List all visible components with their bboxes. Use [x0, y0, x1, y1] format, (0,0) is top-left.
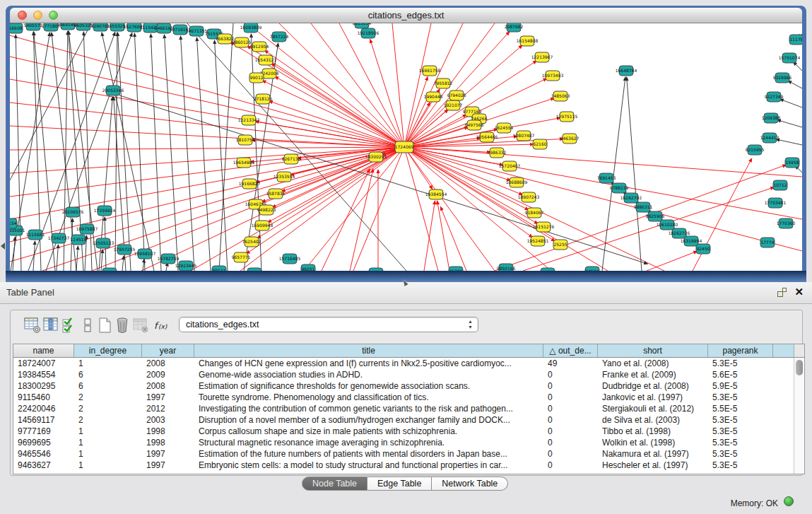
graph-node[interactable]: 7663822 [216, 34, 235, 44]
graph-node[interactable]: 114519 [71, 235, 87, 245]
graph-node[interactable]: 10807487 [513, 131, 535, 141]
graph-node[interactable]: 1921077 [444, 100, 463, 110]
graph-node[interactable]: 16961758 [419, 66, 441, 76]
graph-node[interactable]: 12505123 [93, 238, 114, 248]
graph-node[interactable]: 9860125 [233, 37, 252, 47]
graph-node[interactable]: 17703481 [765, 198, 787, 208]
graph-node[interactable]: 17342737 [48, 233, 70, 243]
tab-edge-table[interactable]: Edge Table [367, 477, 432, 491]
table-row[interactable]: 911546021997Tourette syndrome. Phenomeno… [13, 392, 804, 403]
graph-node[interactable]: 19384554 [425, 189, 447, 199]
table-row[interactable]: 977716911998Corpus callosum shape and si… [13, 426, 804, 437]
graph-node[interactable]: 1244413 [760, 133, 779, 143]
scrollbar-thumb[interactable] [796, 360, 803, 375]
table-row[interactable]: 969969511998Structural magnetic resonanc… [13, 437, 804, 448]
vertical-scrollbar[interactable] [794, 358, 804, 474]
table-settings-button[interactable] [23, 316, 42, 334]
graph-node[interactable]: 16543121 [255, 55, 277, 65]
graph-node[interactable]: 9184067 [525, 208, 544, 218]
graph-node[interactable]: 19524851 [527, 236, 549, 246]
graph-node[interactable]: 9329966 [773, 73, 792, 83]
graph-node[interactable]: 15716485 [279, 254, 301, 264]
graph-node[interactable]: 9605325 [74, 23, 93, 30]
column-header-short[interactable]: short [598, 344, 708, 357]
graph-node[interactable]: 16083809 [240, 23, 262, 33]
graph-node[interactable]: 62160 [533, 139, 547, 149]
tab-node-table[interactable]: Node Table [302, 477, 367, 491]
graph-node[interactable]: 10688609 [506, 177, 528, 187]
column-header-pagerank[interactable]: pagerank [708, 344, 773, 357]
graph-node[interactable]: 1990448 [424, 92, 443, 102]
table-chooser-select[interactable]: citations_edges.txt ▲▼ [179, 317, 478, 332]
graph-node[interactable]: 96051 [301, 264, 315, 271]
graph-node[interactable]: 9788239 [610, 183, 629, 193]
graph-node[interactable]: 11178 [789, 35, 802, 45]
graph-node[interactable]: 99012 [249, 73, 264, 83]
graph-node[interactable]: 9227349 [765, 92, 784, 102]
rows-button[interactable] [78, 316, 97, 334]
graph-node[interactable]: 7485063 [551, 91, 570, 101]
window-titlebar[interactable]: citations_edges.txt [10, 8, 802, 23]
graph-node[interactable]: 9498223 [257, 205, 276, 215]
graph-node[interactable]: 12975115 [556, 112, 578, 122]
graph-node[interactable]: 2718126 [254, 94, 273, 104]
new-column-button[interactable] [95, 316, 114, 334]
close-icon[interactable]: ✕ [794, 286, 804, 298]
graph-node[interactable]: 1115681 [26, 230, 45, 240]
graph-node[interactable]: 20564486 [476, 132, 498, 142]
graph-node[interactable]: 19166827 [239, 179, 261, 189]
graph-node[interactable]: 18907243 [518, 192, 540, 202]
graph-node[interactable]: 6497568 [465, 120, 484, 130]
graph-node[interactable]: 17957255 [114, 245, 136, 255]
column-header-in_degree[interactable]: in_degree [74, 344, 142, 357]
graph-node[interactable]: 2087682 [505, 23, 524, 32]
graph-node[interactable]: 17359924 [94, 206, 116, 216]
graph-node[interactable]: 7625402 [242, 237, 261, 247]
network-canvas[interactable]: 1660854055711771807206914069605325829076… [10, 23, 802, 271]
graph-node[interactable]: 12353554 [273, 172, 295, 182]
graph-node[interactable]: 1810754 [236, 135, 255, 145]
function-builder-button[interactable]: f(x) [152, 316, 170, 334]
graph-node[interactable]: 20206576 [62, 207, 84, 217]
graph-node[interactable]: 7691453 [597, 173, 616, 183]
graph-node[interactable]: 39154 [10, 218, 17, 228]
memory-status-indicator[interactable] [784, 496, 794, 506]
graph-node[interactable]: 8912954 [250, 42, 269, 52]
graph-node[interactable]: 15958 [785, 158, 799, 168]
graph-node[interactable]: 25255 [553, 240, 567, 250]
graph-node[interactable]: 7857224 [270, 32, 289, 42]
collapse-arrow-icon[interactable] [1, 243, 5, 250]
delete-column-button[interactable] [113, 316, 131, 334]
table-row[interactable]: 946362711997Embryonic stem cells: a mode… [13, 460, 804, 471]
graph-node[interactable]: 1587831 [266, 189, 286, 199]
graph-node[interactable]: 7955812 [434, 78, 453, 88]
graph-node[interactable]: 18300295 [365, 152, 387, 162]
graph-node[interactable]: 19218506 [358, 28, 379, 38]
graph-node[interactable]: 16648784 [616, 66, 637, 76]
graph-node[interactable]: 8215955 [746, 145, 765, 155]
graph-node[interactable]: 8813054 [353, 23, 372, 28]
column-header-name[interactable]: name [13, 344, 74, 357]
graph-node[interactable]: 16151276 [533, 222, 555, 232]
graph-node[interactable]: 16909948 [252, 221, 273, 230]
graph-node[interactable]: 5405571 [24, 23, 43, 30]
column-header-title[interactable]: title [194, 344, 543, 357]
graph-node[interactable]: 9463627 [560, 134, 579, 144]
graph-node[interactable]: 1624554 [495, 123, 514, 133]
select-rows-button[interactable] [60, 316, 78, 334]
graph-node[interactable]: 30111 [212, 266, 226, 271]
graph-node[interactable]: 15751074 [779, 53, 801, 63]
graph-node[interactable]: 1209388 [762, 113, 781, 123]
graph-node[interactable]: 16262792 [620, 193, 642, 203]
graph-node[interactable]: 10975887 [76, 224, 98, 234]
import-table-button[interactable] [131, 316, 150, 334]
table-row[interactable]: 1938455462009Genome-wide association stu… [13, 369, 804, 380]
graph-node[interactable]: 10712 [773, 180, 787, 190]
graph-node[interactable]: 8267130 [282, 154, 301, 164]
graph-node[interactable]: 9657771 [232, 252, 251, 262]
graph-node[interactable]: 15720407 [499, 161, 521, 171]
graph-node[interactable]: 7986332 [488, 148, 507, 158]
graph-node[interactable]: 12213343 [238, 115, 260, 125]
tab-network-table[interactable]: Network Table [432, 477, 508, 491]
graph-node[interactable]: 16154808 [517, 36, 539, 46]
